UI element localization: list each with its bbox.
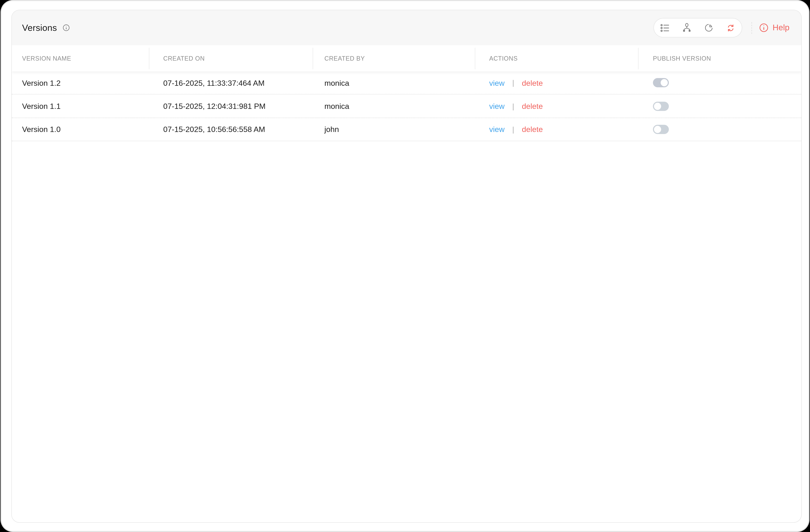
delete-link[interactable]: delete xyxy=(522,78,543,87)
actions-cell: view | delete xyxy=(475,95,638,117)
created-by-cell: monica xyxy=(313,95,475,117)
refresh-icon[interactable] xyxy=(725,21,737,34)
created-by-cell: monica xyxy=(313,71,475,94)
table-row: Version 1.1 07-15-2025, 12:04:31:981 PM … xyxy=(12,95,801,118)
flow-view-icon[interactable] xyxy=(681,21,693,34)
help-button[interactable]: Help xyxy=(759,23,790,32)
view-link[interactable]: view xyxy=(489,78,505,87)
toggle-knob xyxy=(654,126,661,133)
delete-link[interactable]: delete xyxy=(522,125,543,134)
version-name-cell: Version 1.2 xyxy=(12,71,149,94)
publish-cell xyxy=(638,71,801,94)
created-by-cell: john xyxy=(313,118,475,141)
publish-toggle[interactable] xyxy=(653,78,669,87)
pie-chart-view-icon[interactable] xyxy=(703,21,715,34)
toolbar-divider xyxy=(751,22,752,34)
window-card: Versions xyxy=(2,1,808,531)
publish-toggle[interactable] xyxy=(653,101,669,111)
column-header-publish-version: PUBLISH VERSION xyxy=(638,45,801,71)
toggle-knob xyxy=(661,79,668,86)
info-icon[interactable] xyxy=(63,24,70,31)
list-view-icon[interactable] xyxy=(659,21,671,34)
created-on-cell: 07-15-2025, 10:56:56:558 AM xyxy=(149,118,313,141)
column-header-version-name: VERSION NAME xyxy=(12,45,149,71)
column-header-created-by: CREATED BY xyxy=(313,45,475,71)
publish-cell xyxy=(638,118,801,141)
publish-toggle[interactable] xyxy=(653,125,669,134)
action-separator: | xyxy=(512,125,514,133)
help-label: Help xyxy=(773,23,790,32)
table-header-row: VERSION NAME CREATED ON CREATED BY ACTIO… xyxy=(12,45,801,71)
column-header-actions: ACTIONS xyxy=(475,45,638,71)
table-row: Version 1.2 07-16-2025, 11:33:37:464 AM … xyxy=(12,71,801,95)
panel-header: Versions xyxy=(12,10,801,45)
toggle-knob xyxy=(654,102,661,110)
publish-cell xyxy=(638,95,801,117)
action-separator: | xyxy=(512,79,514,87)
view-link[interactable]: view xyxy=(489,125,505,134)
delete-link[interactable]: delete xyxy=(522,102,543,110)
screen: Versions xyxy=(0,0,810,532)
view-link[interactable]: view xyxy=(489,102,505,110)
view-switcher xyxy=(653,18,742,37)
column-header-created-on: CREATED ON xyxy=(149,45,313,71)
version-name-cell: Version 1.0 xyxy=(12,118,149,141)
table-row: Version 1.0 07-15-2025, 10:56:56:558 AM … xyxy=(12,118,801,141)
action-separator: | xyxy=(512,102,514,110)
page-title: Versions xyxy=(22,22,57,33)
actions-cell: view | delete xyxy=(475,118,638,141)
version-name-cell: Version 1.1 xyxy=(12,95,149,117)
actions-cell: view | delete xyxy=(475,71,638,94)
versions-panel: Versions xyxy=(11,10,802,523)
created-on-cell: 07-15-2025, 12:04:31:981 PM xyxy=(149,95,313,117)
created-on-cell: 07-16-2025, 11:33:37:464 AM xyxy=(149,71,313,94)
